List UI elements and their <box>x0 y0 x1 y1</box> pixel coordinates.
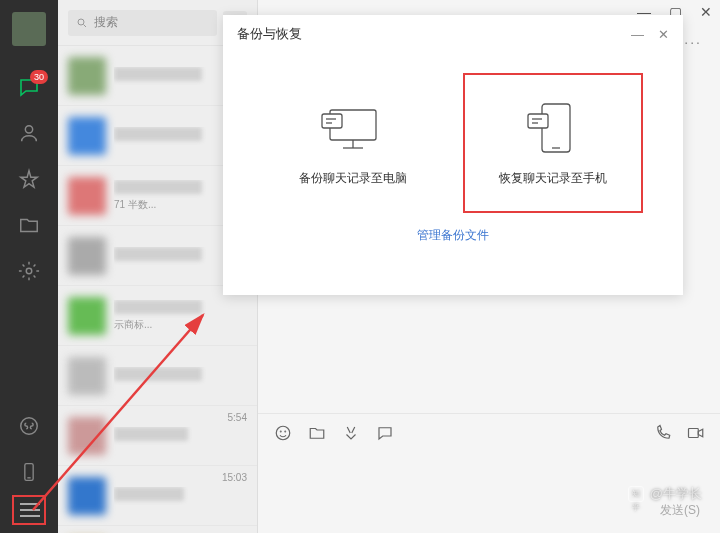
close-button[interactable]: ✕ <box>700 4 712 20</box>
restore-to-phone-option[interactable]: 恢复聊天记录至手机 <box>463 73 643 213</box>
backup-restore-dialog: 备份与恢复 — ✕ 备份聊天记录至电脑 恢复聊天记录至手机 <box>223 15 683 295</box>
menu-icon[interactable] <box>12 495 46 525</box>
phone-icon[interactable] <box>16 459 42 485</box>
restore-label: 恢复聊天记录至手机 <box>499 170 607 187</box>
miniprogram-icon[interactable] <box>16 413 42 439</box>
dialog-title: 备份与恢复 <box>237 25 302 43</box>
chat-history-icon[interactable] <box>376 424 394 446</box>
watermark-logo: 知乎 <box>628 486 644 502</box>
left-sidebar: 30 <box>0 0 58 533</box>
svg-rect-14 <box>322 114 342 128</box>
avatar[interactable] <box>12 12 46 46</box>
dialog-close-button[interactable]: ✕ <box>658 27 669 42</box>
backup-label: 备份聊天记录至电脑 <box>299 170 407 187</box>
chat-icon[interactable]: 30 <box>16 74 42 100</box>
svg-point-2 <box>21 418 38 435</box>
chat-badge: 30 <box>30 70 48 84</box>
chat-item[interactable]: 5:54 <box>58 406 257 466</box>
video-call-icon[interactable] <box>686 424 706 446</box>
backup-to-pc-option[interactable]: 备份聊天记录至电脑 <box>263 73 443 213</box>
svg-rect-19 <box>528 114 548 128</box>
svg-point-5 <box>78 19 84 25</box>
message-composer: 发送(S) <box>258 413 720 533</box>
settings-icon[interactable] <box>16 258 42 284</box>
svg-point-1 <box>26 268 32 274</box>
chat-item[interactable] <box>58 346 257 406</box>
chat-item[interactable]: 15:03 <box>58 466 257 526</box>
search-placeholder: 搜索 <box>94 14 118 31</box>
contacts-icon[interactable] <box>16 120 42 146</box>
send-button[interactable]: 发送(S) <box>660 502 700 519</box>
watermark: 知乎 @牛学长 <box>628 485 702 503</box>
files-icon[interactable] <box>16 212 42 238</box>
svg-point-9 <box>285 431 286 432</box>
svg-rect-10 <box>689 429 699 438</box>
chat-item[interactable]: 14:00 <box>58 526 257 533</box>
watermark-author: @牛学长 <box>650 485 702 503</box>
dialog-minimize-button[interactable]: — <box>631 27 644 42</box>
favorites-icon[interactable] <box>16 166 42 192</box>
file-icon[interactable] <box>308 424 326 446</box>
search-input[interactable]: 搜索 <box>68 10 217 36</box>
svg-point-7 <box>276 426 290 440</box>
svg-point-0 <box>25 126 32 133</box>
screenshot-icon[interactable] <box>342 424 360 446</box>
chat-item[interactable]: 示商标... <box>58 286 257 346</box>
svg-point-8 <box>280 431 281 432</box>
svg-line-6 <box>84 24 87 27</box>
voice-call-icon[interactable] <box>654 424 672 446</box>
emoji-icon[interactable] <box>274 424 292 446</box>
manage-backup-link[interactable]: 管理备份文件 <box>417 228 489 242</box>
more-icon[interactable]: ··· <box>684 34 702 50</box>
